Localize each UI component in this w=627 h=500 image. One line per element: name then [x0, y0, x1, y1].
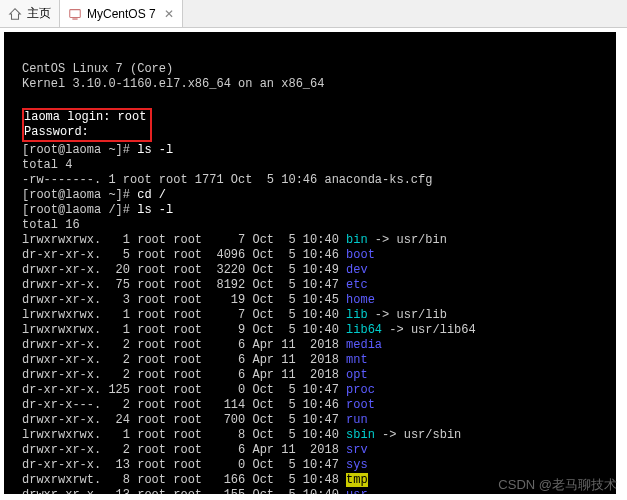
total-1: total 4: [22, 158, 72, 172]
svg-rect-0: [70, 9, 81, 17]
directory-listing: lrwxrwxrwx. 1 root root 7 Oct 5 10:40 bi…: [22, 233, 608, 494]
terminal[interactable]: CentOS Linux 7 (Core) Kernel 3.10.0-1160…: [4, 32, 616, 494]
total-2: total 16: [22, 218, 80, 232]
svg-rect-1: [72, 18, 77, 19]
vm-icon: [68, 7, 82, 21]
password-line: Password:: [24, 125, 89, 139]
prompt-3: [root@laoma /]# ls -l: [22, 203, 173, 217]
home-icon: [8, 7, 22, 21]
login-highlight: laoma login: root Password:: [22, 108, 152, 142]
prompt-1: [root@laoma ~]# ls -l: [22, 143, 173, 157]
tab-home[interactable]: 主页: [0, 0, 60, 27]
prompt-2: [root@laoma ~]# cd /: [22, 188, 166, 202]
tab-vm-label: MyCentOS 7: [87, 7, 156, 21]
login-line: laoma login: root: [24, 110, 146, 124]
banner-line-2: Kernel 3.10.0-1160.el7.x86_64 on an x86_…: [22, 77, 324, 91]
close-icon[interactable]: ✕: [164, 7, 174, 21]
watermark: CSDN @老马聊技术: [498, 476, 617, 494]
banner-line-1: CentOS Linux 7 (Core): [22, 62, 173, 76]
tab-home-label: 主页: [27, 5, 51, 22]
tab-bar: 主页 MyCentOS 7 ✕: [0, 0, 627, 28]
tab-vm[interactable]: MyCentOS 7 ✕: [60, 0, 183, 27]
file-anaconda: -rw-------. 1 root root 1771 Oct 5 10:46…: [22, 173, 432, 187]
